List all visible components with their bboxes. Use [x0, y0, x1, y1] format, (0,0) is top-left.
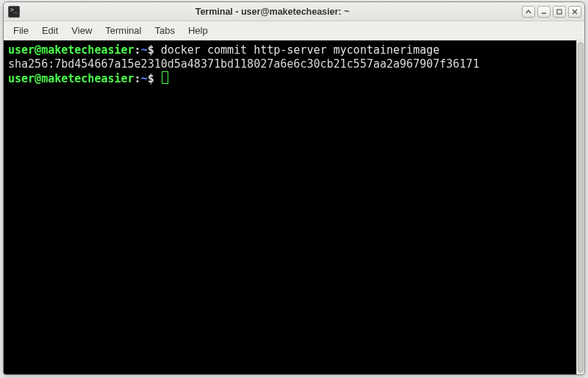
window-maximize-button[interactable]	[553, 6, 566, 18]
menu-view[interactable]: View	[65, 21, 98, 40]
output-text: sha256:7bd454667a15e2310d5a48371bd118027…	[8, 57, 479, 71]
scrollbar[interactable]	[576, 40, 584, 374]
prompt-command: docker commit http-server mycontainerima…	[161, 43, 440, 57]
terminal-output[interactable]: user@maketecheasier:~$ docker commit htt…	[4, 40, 576, 374]
svg-rect-1	[557, 10, 562, 14]
prompt-user-host: user@maketecheasier	[8, 43, 135, 57]
menu-terminal[interactable]: Terminal	[98, 21, 148, 40]
terminal-prompt-line: user@maketecheasier:~$ docker commit htt…	[8, 43, 572, 57]
terminal-prompt-line: user@maketecheasier:~$	[8, 71, 572, 86]
prompt-separator: :	[135, 43, 141, 57]
prompt-path: ~	[141, 72, 148, 85]
terminal-app-icon	[8, 6, 20, 18]
terminal-window: Terminal - user@maketecheasier: ~ File E…	[3, 1, 585, 375]
titlebar[interactable]: Terminal - user@maketecheasier: ~	[4, 2, 584, 21]
terminal-output-line: sha256:7bd454667a15e2310d5a48371bd118027…	[8, 57, 572, 71]
window-shade-button[interactable]	[522, 6, 535, 18]
menu-help[interactable]: Help	[182, 21, 215, 40]
prompt-suffix: $	[148, 43, 161, 57]
menubar: File Edit View Terminal Tabs Help	[4, 21, 584, 40]
window-minimize-button[interactable]	[537, 6, 551, 18]
window-title: Terminal - user@maketecheasier: ~	[23, 7, 522, 17]
menu-edit[interactable]: Edit	[35, 21, 65, 40]
prompt-suffix: $	[148, 72, 161, 85]
menu-tabs[interactable]: Tabs	[148, 21, 181, 40]
window-close-button[interactable]	[568, 6, 581, 18]
menu-file[interactable]: File	[7, 21, 35, 40]
prompt-path: ~	[141, 43, 148, 57]
terminal-cursor	[162, 71, 168, 84]
window-controls	[522, 6, 581, 18]
prompt-separator: :	[135, 72, 141, 85]
scrollbar-thumb[interactable]	[578, 42, 584, 373]
terminal-area: user@maketecheasier:~$ docker commit htt…	[4, 40, 584, 374]
prompt-user-host: user@maketecheasier	[8, 72, 135, 85]
